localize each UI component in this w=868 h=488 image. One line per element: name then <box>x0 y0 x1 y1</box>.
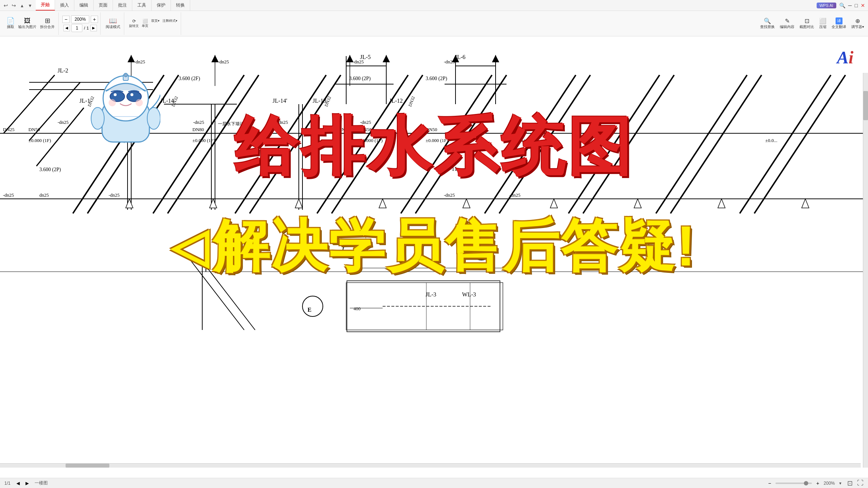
single-page-label: 单页 <box>142 24 148 28</box>
single-page-icon: ⬜ <box>142 19 148 24</box>
up-icon[interactable]: ▴ <box>19 3 25 8</box>
horizontal-scrollbar[interactable] <box>0 463 861 468</box>
mascot-character <box>87 73 160 153</box>
toolbar-right-tools: 🔍 查找替换 ✎ 编辑内容 ⊡ 截图对比 ⬜ 压缩 译 全文翻译 ⊕ 调节器▾ <box>759 17 865 30</box>
find-replace-label: 查找替换 <box>760 24 775 29</box>
undo-icon[interactable]: ↩ <box>3 3 9 8</box>
toolbar-btn-adjust[interactable]: ⊕ 调节器▾ <box>850 17 865 30</box>
toolbar-btn-edit-content[interactable]: ✎ 编辑内容 <box>779 17 795 30</box>
page-nav: ◀ / 1 ▶ <box>63 24 97 32</box>
page-current-input[interactable] <box>71 24 82 32</box>
svg-point-88 <box>136 99 143 106</box>
vertical-scrollbar[interactable] <box>863 73 868 468</box>
toolbar-btn-rotate-text[interactable]: ⟳ 旋转文 <box>128 18 140 29</box>
zoom-out-status-button[interactable]: − <box>768 480 771 486</box>
toolbar-btn-find-replace[interactable]: 🔍 查找替换 <box>759 17 776 30</box>
down-icon[interactable]: ▾ <box>27 3 33 8</box>
window-maximize[interactable]: □ <box>855 3 858 8</box>
toolbar-btn-capture[interactable]: 📄 摘取 <box>5 17 16 30</box>
tab-protect[interactable]: 保护 <box>152 0 171 11</box>
export-image-icon: 🖼 <box>24 17 31 24</box>
page-prev-button[interactable]: ◀ <box>63 25 70 31</box>
window-minimize[interactable]: ─ <box>848 3 852 8</box>
main-content: JL-2 JL-14 JL-14' JL-13 JL-12 JL-5 JL-6 … <box>0 36 868 478</box>
wps-ai-label: WPS AI <box>820 3 833 8</box>
zoom-input[interactable] <box>71 15 89 23</box>
toolbar-btn-split-merge[interactable]: ⊞ 拆分合并 <box>39 17 56 30</box>
edit-content-label: 编辑内容 <box>780 24 794 29</box>
title-bar: ↩ ↪ ▴ ▾ 开始 插入 编辑 页面 批注 工具 保护 转换 WPS AI 🔍… <box>0 0 868 11</box>
zoom-in-button[interactable]: + <box>91 16 98 23</box>
svg-point-82 <box>124 73 128 77</box>
split-merge-icon: ⊞ <box>45 17 50 24</box>
toolbar-btn-export-image[interactable]: 🖼 输出为图片 <box>17 17 38 30</box>
redo-icon[interactable]: ↪ <box>11 3 17 8</box>
zoom-controls: − + <box>62 15 98 23</box>
scrollbar-v-thumb[interactable] <box>863 91 868 120</box>
compress-icon: ⬜ <box>819 17 826 24</box>
title-bar-right: WPS AI 🔍 ─ □ ✕ <box>817 3 865 8</box>
toolbar-btn-double-page[interactable]: 双页▾ <box>150 18 161 29</box>
toolbar-row-1: 📄 摘取 🖼 输出为图片 ⊞ 拆分合并 <box>5 17 56 30</box>
capture-label: 摘取 <box>7 24 14 29</box>
zoom-out-button[interactable]: − <box>62 16 70 23</box>
toolbar-group-display: ⟳ 旋转文 ⬜ 单页 双页▾ 注释样式▾ <box>126 12 181 35</box>
toolbar-btn-translate[interactable]: 译 全文翻译 <box>830 17 847 30</box>
tab-comment[interactable]: 批注 <box>113 0 132 11</box>
zoom-display: 200% <box>824 481 835 486</box>
svg-point-73 <box>302 296 323 316</box>
tab-start[interactable]: 开始 <box>36 0 55 11</box>
zoom-dropdown[interactable]: ▾ <box>839 481 841 486</box>
translate-label: 全文翻译 <box>832 24 846 29</box>
split-merge-label: 拆分合并 <box>40 24 55 29</box>
read-mode-label: 阅读模式 <box>106 24 120 29</box>
toolbar-btn-compress[interactable]: ⬜ 压缩 <box>818 17 828 30</box>
status-next-button[interactable]: ▶ <box>26 481 29 486</box>
export-image-label: 输出为图片 <box>18 24 36 29</box>
fullscreen-icon[interactable]: ⛶ <box>857 479 864 487</box>
tab-page[interactable]: 页面 <box>94 0 113 11</box>
svg-point-85 <box>114 93 117 96</box>
status-bar: 1/1 ◀ ▶ 一楼图 − + 200% ▾ ⊡ ⛶ <box>0 478 868 488</box>
tab-insert[interactable]: 插入 <box>55 0 74 11</box>
zoom-slider-thumb[interactable] <box>804 481 808 485</box>
fit-page-icon[interactable]: ⊡ <box>847 479 853 487</box>
page-total: 1 <box>86 26 89 30</box>
zoom-in-status-button[interactable]: + <box>816 480 819 486</box>
double-page-label: 双页▾ <box>151 19 160 23</box>
toolbar-btn-single-page[interactable]: ⬜ 单页 <box>141 18 149 29</box>
svg-point-74 <box>343 243 359 259</box>
read-mode-icon: 📖 <box>109 17 117 24</box>
menu-tabs: 开始 插入 编辑 页面 批注 工具 保护 转换 <box>36 0 190 11</box>
scrollbar-h-thumb[interactable] <box>66 464 109 468</box>
tab-edit[interactable]: 编辑 <box>74 0 94 11</box>
edit-content-icon: ✎ <box>785 17 790 24</box>
capture-icon: 📄 <box>7 17 15 24</box>
adjust-label: 调节器▾ <box>851 24 864 29</box>
tab-tools[interactable]: 工具 <box>132 0 152 11</box>
svg-point-90 <box>147 107 160 129</box>
status-page-label: 一楼图 <box>35 480 48 486</box>
rotate-text-icon: ⟳ <box>132 19 136 24</box>
page-separator: / <box>84 26 85 30</box>
tab-convert[interactable]: 转换 <box>171 0 190 11</box>
toolbar: 📄 摘取 🖼 输出为图片 ⊞ 拆分合并 − + ◀ / 1 ▶ <box>0 11 868 36</box>
ai-letter-i: i <box>849 48 853 67</box>
zoom-slider[interactable] <box>775 483 812 484</box>
toolbar-btn-annotation-style[interactable]: 注释样式▾ <box>161 18 179 29</box>
toolbar-btn-read-mode[interactable]: 📖 阅读模式 <box>104 17 122 30</box>
status-prev-button[interactable]: ◀ <box>16 481 20 486</box>
compress-label: 压缩 <box>819 24 826 29</box>
toolbar-btn-screenshot-compare[interactable]: ⊡ 截图对比 <box>798 17 815 30</box>
wps-ai-button[interactable]: WPS AI <box>817 3 836 8</box>
toolbar-group-view: 📄 摘取 🖼 输出为图片 ⊞ 拆分合并 <box>3 12 59 35</box>
ai-letter-a: A <box>837 48 849 67</box>
page-next-button[interactable]: ▶ <box>90 25 97 31</box>
adjust-icon: ⊕ <box>855 17 860 24</box>
search-icon[interactable]: 🔍 <box>839 3 845 8</box>
screenshot-compare-label: 截图对比 <box>799 24 814 29</box>
translate-icon: 译 <box>836 17 842 24</box>
svg-point-75 <box>471 240 492 260</box>
window-close[interactable]: ✕ <box>861 3 865 8</box>
title-bar-icons: ↩ ↪ ▴ ▾ <box>3 3 33 8</box>
